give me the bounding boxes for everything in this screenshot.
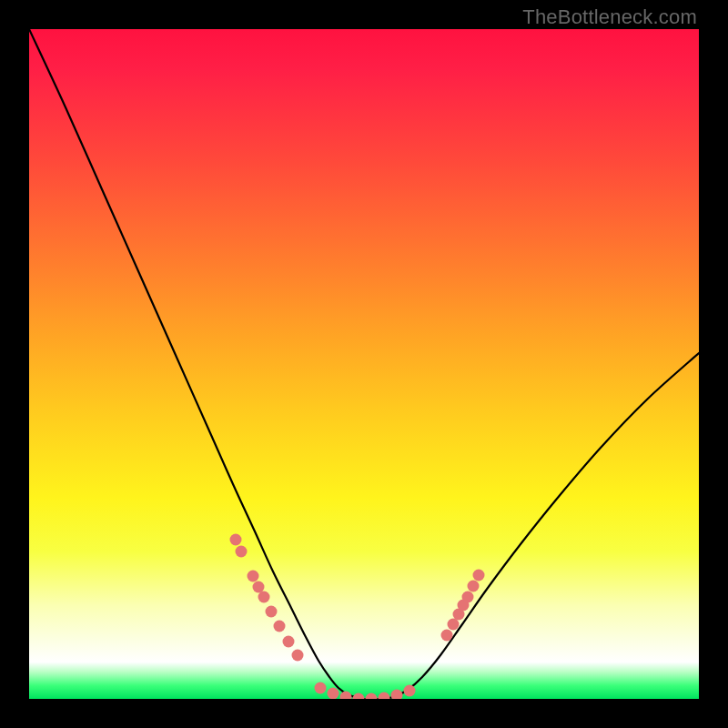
- watermark-text: TheBottleneck.com: [522, 5, 697, 29]
- marker-dot: [274, 621, 286, 632]
- marker-dot: [340, 692, 352, 700]
- marker-dot: [473, 570, 485, 581]
- chart-svg: [29, 29, 699, 699]
- marker-dot: [366, 693, 378, 700]
- marker-dot: [353, 693, 365, 700]
- marker-dot: [315, 682, 327, 694]
- marker-dot: [462, 592, 474, 603]
- marker-dot: [328, 688, 339, 700]
- marker-dot: [379, 693, 390, 700]
- marker-dot: [441, 630, 453, 642]
- marker-dot: [292, 650, 304, 662]
- bottleneck-curve: [29, 29, 699, 699]
- marker-dot: [253, 581, 265, 593]
- marker-dot: [404, 685, 416, 697]
- marker-dot: [468, 581, 480, 592]
- marker-dot: [391, 690, 403, 700]
- marker-dot: [266, 606, 278, 618]
- marker-dot: [448, 619, 460, 631]
- marker-dot: [230, 534, 242, 546]
- marker-dot: [248, 571, 259, 582]
- marker-dot: [283, 636, 295, 648]
- plot-area: [29, 29, 699, 699]
- marker-dot: [258, 592, 270, 603]
- marker-dot: [236, 546, 248, 558]
- outer-frame: TheBottleneck.com: [0, 0, 728, 728]
